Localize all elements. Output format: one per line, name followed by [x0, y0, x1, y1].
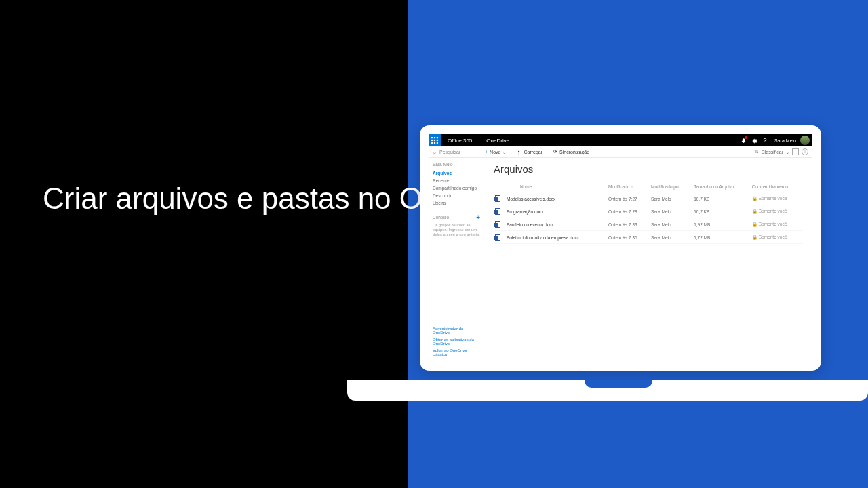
table-row[interactable]: Panfleto do evento.docxOntem às 7:33Sara…	[494, 218, 803, 231]
sidebar-groups-description: Os grupos reúnem as equipes. Ingresse em…	[433, 223, 480, 238]
bell-icon	[741, 138, 747, 144]
file-size: 1,72 MB	[692, 231, 751, 244]
svg-rect-8	[437, 142, 438, 144]
file-sharing[interactable]: 🔒Somente você	[751, 231, 803, 244]
column-modified-label: Modificado	[608, 184, 629, 189]
add-group-button[interactable]: +	[476, 214, 480, 221]
lock-icon: 🔒	[752, 196, 757, 201]
file-name[interactable]: Panfleto do evento.docx	[505, 218, 607, 231]
svg-rect-5	[437, 140, 438, 141]
sort-ascending-icon: ↑	[631, 185, 633, 189]
help-button[interactable]: ?	[760, 134, 770, 146]
file-size: 10,7 KB	[692, 192, 751, 205]
upload-label: Carregar	[524, 150, 542, 155]
table-header-row: Nome Modificado↑ Modificado por Tamanho …	[494, 182, 803, 192]
sort-icon: ⇅	[755, 149, 759, 155]
waffle-icon	[431, 137, 438, 144]
slide-right-panel-bottom	[408, 400, 868, 488]
question-icon: ?	[764, 137, 767, 144]
avatar[interactable]	[800, 136, 810, 145]
suite-brand[interactable]: Office 365	[441, 138, 479, 144]
chevron-down-icon: ⌄	[786, 150, 789, 155]
file-sharing[interactable]: 🔒Somente você	[751, 205, 803, 218]
sync-button[interactable]: ⟳ Sincronização	[548, 149, 595, 155]
gear-icon	[751, 138, 757, 144]
file-modified: Ontem às 7:33	[607, 218, 650, 231]
word-file-icon	[495, 221, 500, 228]
column-name[interactable]: Nome	[505, 182, 607, 192]
svg-rect-0	[431, 137, 433, 138]
command-bar: ⌕ Pesquisar + Novo ⌄ ⭱ Carregar ⟳ Sincro…	[429, 146, 812, 158]
table-row[interactable]: Programação.docxOntem às 7:28Sara Melo10…	[494, 205, 803, 218]
view-toggle-button[interactable]	[792, 148, 799, 155]
table-row[interactable]: Boletim informativo da empresa.docxOntem…	[494, 231, 803, 244]
new-button[interactable]: + Novo ⌄	[479, 150, 511, 155]
sync-label: Sincronização	[559, 150, 589, 155]
file-sharing[interactable]: 🔒Somente você	[751, 192, 803, 205]
lock-icon: 🔒	[752, 222, 757, 226]
file-modified: Ontem às 7:36	[607, 231, 650, 244]
sidebar-link-apps[interactable]: Obter os aplicativos do OneDrive	[433, 336, 480, 347]
column-icon	[494, 182, 505, 192]
sidebar-groups-header: Contoso	[433, 215, 449, 220]
file-modified-by: Sara Melo	[650, 218, 692, 231]
chevron-down-icon: ⌄	[502, 150, 506, 155]
settings-button[interactable]	[749, 134, 760, 146]
file-modified-by: Sara Melo	[650, 205, 692, 218]
lock-icon: 🔒	[752, 209, 757, 214]
file-name[interactable]: Boletim informativo da empresa.docx	[505, 231, 607, 244]
sidebar-link-admin[interactable]: Administrador do OneDrive	[433, 325, 480, 336]
upload-icon: ⭱	[517, 150, 521, 155]
plus-icon: +	[485, 150, 488, 155]
details-pane-button[interactable]: i	[802, 148, 808, 155]
search-input[interactable]: Pesquisar	[438, 150, 477, 155]
laptop-frame: Office 365 OneDrive ? Sara Melo ⌕ Pesqui…	[420, 125, 821, 371]
sidebar-item-files[interactable]: Arquivos	[433, 169, 480, 177]
app-name[interactable]: OneDrive	[479, 138, 516, 144]
search-icon: ⌕	[431, 150, 438, 155]
column-sharing[interactable]: Compartilhamento	[751, 182, 803, 192]
file-size: 10,7 KB	[692, 205, 751, 218]
sort-button[interactable]: Classificar	[762, 150, 783, 155]
file-modified-by: Sara Melo	[650, 192, 692, 205]
file-table: Nome Modificado↑ Modificado por Tamanho …	[494, 182, 803, 244]
column-name-label: Nome	[520, 184, 532, 189]
file-modified: Ontem às 7:27	[607, 192, 650, 205]
sidebar: Sara Melo Arquivos Recente Compartilhado…	[429, 158, 484, 362]
column-modified[interactable]: Modificado↑	[607, 182, 650, 192]
word-file-icon	[495, 208, 500, 215]
svg-rect-4	[434, 140, 435, 141]
file-modified-by: Sara Melo	[650, 231, 692, 244]
word-file-icon	[495, 195, 500, 202]
main-content: Arquivos Nome Modificado↑ Modificado por	[484, 158, 812, 362]
sidebar-item-discover[interactable]: Descobrir	[433, 192, 480, 199]
suite-header: Office 365 OneDrive ? Sara Melo	[429, 134, 812, 146]
file-name[interactable]: Programação.docx	[505, 205, 607, 218]
file-size: 1,92 MB	[692, 218, 751, 231]
sidebar-link-classic[interactable]: Voltar ao OneDrive clássico	[433, 347, 480, 358]
app-launcher-button[interactable]	[429, 134, 441, 146]
new-label: Novo	[490, 150, 500, 155]
sidebar-item-recent[interactable]: Recente	[433, 177, 480, 184]
svg-rect-7	[434, 142, 435, 144]
upload-button[interactable]: ⭱ Carregar	[511, 150, 548, 155]
file-name[interactable]: Modelos acessíveis.docx	[505, 192, 607, 205]
user-name[interactable]: Sara Melo	[770, 138, 800, 143]
sidebar-item-recycle[interactable]: Lixeira	[433, 199, 480, 207]
table-row[interactable]: Modelos acessíveis.docxOntem às 7:27Sara…	[494, 192, 803, 205]
laptop-notch	[585, 380, 652, 388]
slide-left-panel	[0, 0, 408, 488]
word-file-icon	[495, 234, 500, 241]
sidebar-item-shared[interactable]: Compartilhado comigo	[433, 184, 480, 192]
lock-icon: 🔒	[752, 235, 757, 239]
svg-rect-1	[434, 137, 435, 138]
svg-rect-2	[437, 137, 438, 138]
column-size[interactable]: Tamanho do Arquivo	[692, 182, 751, 192]
file-sharing[interactable]: 🔒Somente você	[751, 218, 803, 231]
file-modified: Ontem às 7:28	[607, 205, 650, 218]
column-modified-by[interactable]: Modificado por	[650, 182, 692, 192]
notifications-button[interactable]	[738, 134, 749, 146]
onedrive-screen: Office 365 OneDrive ? Sara Melo ⌕ Pesqui…	[429, 134, 812, 362]
svg-rect-3	[431, 140, 433, 141]
svg-rect-6	[431, 142, 433, 144]
